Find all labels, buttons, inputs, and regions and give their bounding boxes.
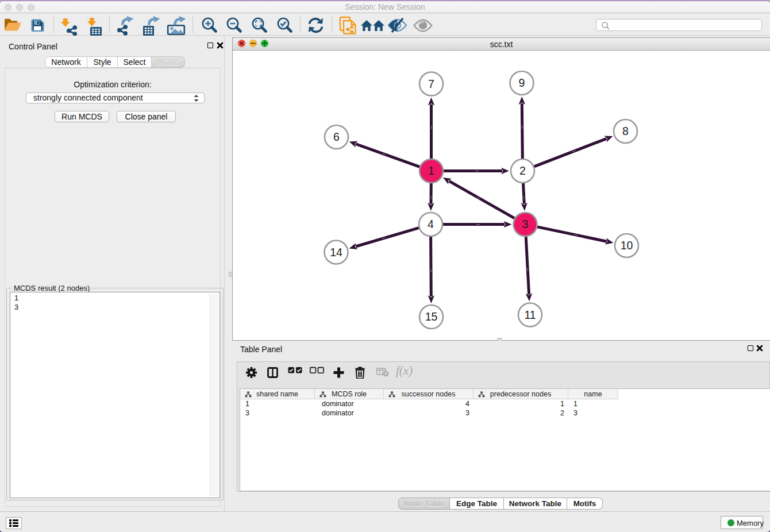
svg-text:4: 4 [428, 218, 434, 230]
svg-text:15: 15 [425, 310, 438, 323]
svg-text:11: 11 [524, 309, 536, 321]
svg-text:10: 10 [621, 239, 633, 252]
svg-text:7: 7 [428, 78, 434, 90]
svg-text:1: 1 [428, 164, 434, 177]
svg-text:14: 14 [330, 246, 342, 259]
svg-text:3: 3 [522, 218, 529, 230]
svg-text:6: 6 [333, 130, 340, 143]
svg-text:8: 8 [622, 125, 629, 137]
svg-text:9: 9 [519, 76, 525, 89]
svg-text:2: 2 [519, 164, 526, 177]
